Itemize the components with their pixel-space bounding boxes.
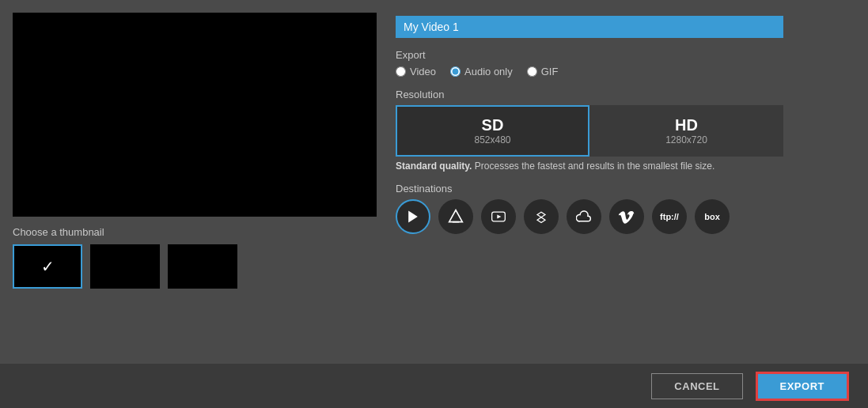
ftp-label: ftp:// [660,212,679,221]
thumbnail-section: Choose a thumbnail ✓ [13,226,377,289]
resolution-hd-name: HD [599,116,774,134]
checkmark-icon: ✓ [41,257,55,276]
svg-marker-5 [537,212,545,222]
resolution-sd-name: SD [405,116,580,134]
export-section: Export Video Audio only GIF [396,49,855,77]
resolution-section: Resolution SD 852x480 HD 1280x720 Standa… [396,89,855,172]
destination-ftp[interactable]: ftp:// [652,199,687,234]
export-gif-radio[interactable] [527,66,537,77]
resolution-description: Standard quality. Processes the fastest … [396,161,783,172]
youtube-icon [491,209,506,225]
resolution-hd-button[interactable]: HD 1280x720 [589,105,783,157]
cloud-icon [576,209,592,225]
box-label: box [704,212,720,221]
left-panel: Choose a thumbnail ✓ [13,13,377,357]
destinations-label: Destinations [396,183,855,195]
svg-marker-0 [408,211,418,223]
screencast-icon [405,209,421,225]
destination-youtube[interactable] [481,199,516,234]
svg-marker-1 [449,210,463,222]
resolution-row: SD 852x480 HD 1280x720 [396,105,783,157]
export-audio-radio[interactable] [450,66,461,77]
destination-box[interactable]: box [695,199,730,234]
destination-vimeo[interactable] [609,199,644,234]
thumbnail-1[interactable]: ✓ [13,244,82,289]
thumbnail-2[interactable] [90,244,160,289]
resolution-desc-rest: Processes the fastest and results in the… [472,161,714,172]
cancel-button[interactable]: CANCEL [651,373,742,399]
export-button[interactable]: EXPORT [756,372,849,401]
thumbnail-label: Choose a thumbnail [13,226,377,238]
dropbox-icon [533,209,549,225]
export-video-option[interactable]: Video [396,66,436,77]
svg-marker-4 [497,215,501,219]
export-label: Export [396,49,855,61]
video-preview [13,13,377,217]
right-panel: Export Video Audio only GIF Resolution [396,13,855,357]
export-video-radio[interactable] [396,66,406,77]
destinations-section: Destinations [396,183,855,234]
resolution-desc-bold: Standard quality. [396,161,472,172]
export-audio-option[interactable]: Audio only [450,66,513,77]
resolution-sd-button[interactable]: SD 852x480 [396,105,589,157]
resolution-label: Resolution [396,89,855,100]
export-gif-label: GIF [541,66,559,77]
destinations-row: ftp:// box [396,199,855,234]
footer: CANCEL EXPORT [0,364,868,408]
thumbnail-3[interactable] [168,244,237,289]
export-audio-label: Audio only [464,66,513,77]
export-options: Video Audio only GIF [396,66,855,77]
title-input[interactable] [396,16,783,38]
vimeo-icon [619,209,635,225]
gdrive-icon [448,209,464,225]
thumbnail-row: ✓ [13,244,377,289]
destination-cloud[interactable] [567,199,601,234]
export-gif-option[interactable]: GIF [527,66,559,77]
resolution-sd-dims: 852x480 [405,134,580,145]
destination-dropbox[interactable] [524,199,559,234]
resolution-hd-dims: 1280x720 [599,134,774,145]
destination-screencast[interactable] [396,199,430,234]
export-video-label: Video [410,66,436,77]
destination-gdrive[interactable] [438,199,473,234]
